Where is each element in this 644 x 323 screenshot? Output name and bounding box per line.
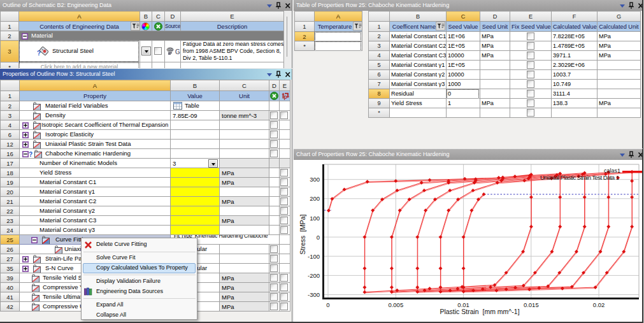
svg-text:-100: -100 [308,253,320,260]
svg-text:100: 100 [310,215,320,222]
svg-text:0.005: 0.005 [388,301,403,308]
svg-text:GD: GD [168,48,173,52]
svg-text:-200: -200 [308,272,320,279]
svg-text:0: 0 [326,301,329,308]
svg-text:0.015: 0.015 [524,301,539,308]
svg-text:calas1: calas1 [604,168,620,174]
svg-text:200: 200 [310,195,320,202]
svg-text:G: G [175,48,180,55]
svg-text:p: p [284,94,288,100]
svg-text:Plastic Strain [mm mm^-1]: Plastic Strain [mm mm^-1] [440,308,519,315]
svg-text:300: 300 [310,176,320,183]
svg-text:-300: -300 [308,291,320,298]
svg-text:Uniaxial Plastic Strain Test D: Uniaxial Plastic Strain Test Data 1 [540,174,619,181]
svg-text:Stress [MPa]: Stress [MPa] [299,214,306,254]
svg-text:0: 0 [317,234,320,241]
svg-text:0.02: 0.02 [593,301,605,308]
